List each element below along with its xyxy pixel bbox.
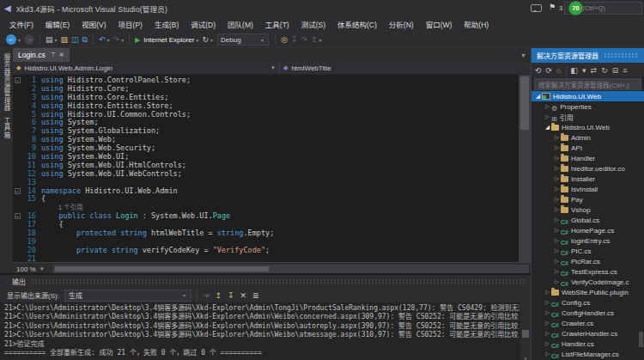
- tree-item[interactable]: ▷loginEntry.cs: [532, 235, 644, 246]
- tree-item[interactable]: ▷Installer: [532, 174, 644, 184]
- tab-login-cs[interactable]: Login.cs ⊤ ✕: [13, 48, 70, 62]
- chevron-down-icon[interactable]: ▾: [18, 37, 21, 43]
- chevron-down-icon[interactable]: ▾: [210, 37, 213, 43]
- solution-search-input[interactable]: 搜索解决方案资源管理器(Ctrl+;): [534, 78, 641, 90]
- tree-item[interactable]: ◢Hidistro.UI.Web: [532, 122, 644, 132]
- feedback-bubble-icon[interactable]: [531, 4, 542, 12]
- expander-icon[interactable]: ▷: [553, 155, 561, 162]
- expander-icon[interactable]: ▷: [553, 175, 561, 182]
- output-source-combo[interactable]: 生成 ▾: [64, 290, 191, 302]
- tree-item[interactable]: ▷引用: [532, 112, 644, 122]
- menu-item[interactable]: 分析(N): [383, 17, 420, 31]
- next-message-icon[interactable]: ↧: [228, 291, 234, 300]
- solution-explorer-title-bar[interactable]: 解决方案资源管理器: [532, 48, 644, 63]
- collapse-all-icon[interactable]: ⊟: [612, 66, 619, 75]
- fold-toggle-icon[interactable]: −: [15, 213, 21, 219]
- chevron-down-icon[interactable]: ▼: [39, 266, 45, 272]
- expander-icon[interactable]: ▷: [553, 247, 561, 254]
- menu-item[interactable]: 项目(P): [112, 17, 149, 31]
- sync-with-active-document-icon[interactable]: ⇄: [591, 66, 598, 75]
- chevron-down-icon[interactable]: ▾: [121, 37, 124, 43]
- close-icon[interactable]: ✕: [59, 52, 64, 58]
- code-editor[interactable]: −1using Hidistro.ControlPanel.Store;2usi…: [13, 75, 531, 262]
- menu-item[interactable]: 生成(B): [149, 17, 185, 31]
- find-icon[interactable]: ◎: [281, 34, 288, 45]
- expander-icon[interactable]: ▷: [544, 103, 551, 110]
- tree-item[interactable]: ▷HomePage.cs: [532, 225, 644, 235]
- expander-icon[interactable]: ▷: [544, 309, 551, 316]
- type-dropdown[interactable]: ◆ Hidistro.UI.Web.Admin.Login ▼: [13, 62, 280, 74]
- tree-item[interactable]: ▷Handler: [532, 153, 644, 163]
- new-item-icon[interactable]: ▤: [46, 34, 53, 45]
- member-dropdown[interactable]: ◆ htmlWebTitle: [280, 62, 531, 74]
- scrollbar-thumb[interactable]: [522, 330, 529, 338]
- back-icon[interactable]: ⟲: [535, 66, 542, 75]
- tree-item[interactable]: ▷API: [532, 143, 644, 153]
- clear-all-icon[interactable]: ✕: [240, 291, 247, 300]
- open-folder-icon[interactable]: ▨: [61, 34, 69, 45]
- menu-item[interactable]: 团队(M): [222, 17, 259, 31]
- menu-item[interactable]: 文件(F): [3, 17, 39, 31]
- expander-icon[interactable]: ◢: [544, 124, 551, 131]
- menu-item[interactable]: 视图(V): [76, 17, 112, 31]
- output-log[interactable]: ▼ 21>C:\Users\Administrator\Desktop\3.4销…: [0, 302, 531, 360]
- tab-overflow-chevron-icon[interactable]: ▼: [516, 52, 531, 58]
- expander-icon[interactable]: ▷: [553, 186, 561, 192]
- previous-message-icon[interactable]: ↥: [215, 291, 222, 300]
- expander-icon[interactable]: ▷: [553, 196, 561, 203]
- tree-item[interactable]: ▷IsvInstall: [532, 184, 644, 194]
- expander-icon[interactable]: ◢: [534, 93, 542, 100]
- expander-icon[interactable]: ▷: [544, 340, 551, 347]
- start-debugging-button[interactable]: ▶Internet Explorer: [135, 36, 194, 44]
- fold-toggle-icon[interactable]: −: [15, 188, 21, 194]
- expander-icon[interactable]: ▷: [553, 227, 561, 234]
- scrollbar-thumb[interactable]: [639, 332, 643, 347]
- step-into-icon[interactable]: ↧: [291, 34, 298, 45]
- expander-icon[interactable]: ▷: [544, 113, 551, 120]
- editor-vertical-scrollbar[interactable]: [519, 75, 531, 262]
- tree-item[interactable]: ▷Global.cs: [532, 215, 644, 225]
- menu-item[interactable]: 工具(T): [259, 17, 295, 31]
- refresh-browser-icon[interactable]: ↻: [202, 34, 209, 45]
- fold-toggle-icon[interactable]: −: [15, 77, 21, 83]
- scrollbar-thumb[interactable]: [55, 266, 269, 272]
- expander-icon[interactable]: ▷: [553, 206, 561, 213]
- tree-item[interactable]: ▷hieditor.ueditor.co: [532, 163, 644, 174]
- notifications-flag-icon[interactable]: ⚑: [549, 3, 556, 11]
- menu-item[interactable]: 测试(S): [295, 17, 331, 31]
- expander-icon[interactable]: ▷: [544, 330, 551, 337]
- expander-icon[interactable]: ▷: [553, 268, 561, 275]
- solution-configuration-combo[interactable]: Debug▾: [217, 34, 269, 46]
- scope-icon[interactable]: ◧: [571, 66, 579, 75]
- expander-icon[interactable]: ▷: [553, 258, 561, 265]
- tree-item[interactable]: ▷TestExpress.cs: [532, 266, 644, 277]
- chevron-down-icon[interactable]: ▾: [107, 37, 110, 43]
- chevron-down-icon[interactable]: ▾: [196, 37, 198, 43]
- tree-item[interactable]: ▷Handler.cs: [532, 339, 644, 349]
- tree-item[interactable]: ▷ListFileManager.cs: [532, 349, 644, 359]
- menu-item[interactable]: 编辑(E): [39, 17, 76, 31]
- expander-icon[interactable]: ▷: [544, 299, 551, 306]
- save-icon[interactable]: ◫: [71, 34, 79, 45]
- menu-item[interactable]: 窗口(W): [420, 17, 459, 31]
- tree-item[interactable]: ▷VerifyCodeImage.c: [532, 277, 644, 287]
- save-all-icon[interactable]: ⧉: [82, 34, 88, 45]
- redo-icon[interactable]: ↷: [113, 34, 120, 45]
- navigate-forward-icon[interactable]: →: [24, 34, 34, 45]
- chevron-down-icon[interactable]: ▾: [55, 37, 58, 43]
- tree-item[interactable]: ◢Hidistro.UI.Web: [532, 91, 644, 101]
- goto-message-icon[interactable]: ⇥: [203, 291, 210, 300]
- properties-icon[interactable]: ≡: [623, 66, 627, 75]
- pin-icon[interactable]: ⊤: [51, 52, 56, 58]
- menu-item[interactable]: 帮助(H): [458, 17, 495, 31]
- chevron-down-icon[interactable]: ▾: [319, 37, 322, 43]
- tree-item[interactable]: ▷Admin: [532, 132, 644, 143]
- autohide-tab[interactable]: 服务器资源管理器: [2, 53, 11, 112]
- tree-item[interactable]: ▷Vshop: [532, 204, 644, 215]
- tree-item[interactable]: ▷ConfigHandler.cs: [532, 308, 644, 318]
- expander-icon[interactable]: ▷: [553, 278, 561, 285]
- expander-icon[interactable]: ▷: [544, 320, 551, 326]
- undo-icon[interactable]: ↶: [99, 34, 106, 45]
- expander-icon[interactable]: ▷: [553, 144, 561, 151]
- tree-item[interactable]: ▷Config.cs: [532, 297, 644, 308]
